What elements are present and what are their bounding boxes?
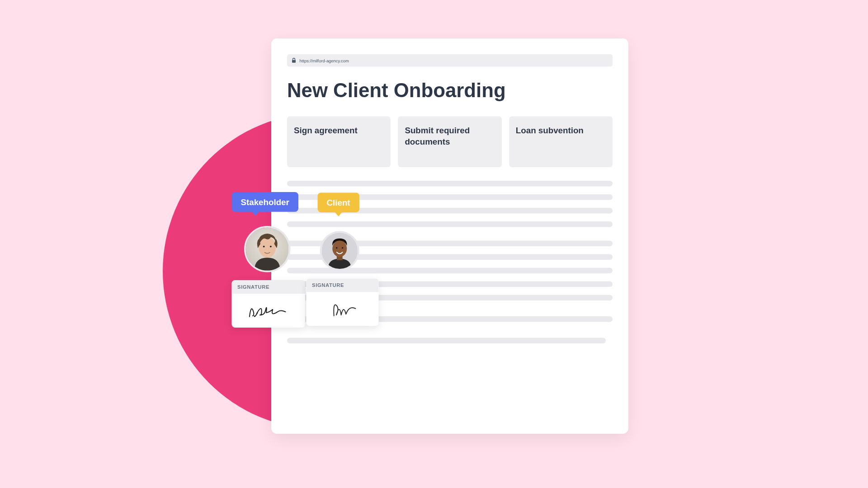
role-badge-stakeholder: Stakeholder — [232, 192, 298, 212]
page-title: New Client Onboarding — [287, 79, 613, 102]
svg-point-8 — [336, 247, 337, 249]
step-label: Sign agreement — [294, 125, 384, 136]
url-bar[interactable]: https://milford-agency.com — [287, 54, 613, 67]
step-label: Submit required documents — [405, 125, 495, 147]
url-text: https://milford-agency.com — [300, 58, 349, 63]
signature-label: SIGNATURE — [232, 280, 306, 294]
role-label: Client — [327, 198, 350, 207]
avatar-client — [320, 231, 360, 271]
role-badge-client: Client — [318, 192, 359, 212]
signature-client — [307, 292, 379, 326]
step-label: Loan subvention — [516, 125, 606, 136]
avatar-stakeholder — [244, 226, 291, 272]
svg-point-4 — [270, 246, 272, 248]
step-card-sign-agreement[interactable]: Sign agreement — [287, 117, 391, 168]
signature-card-stakeholder: SIGNATURE — [232, 280, 306, 328]
lock-icon — [292, 58, 296, 64]
svg-point-9 — [342, 247, 343, 249]
signature-card-client: SIGNATURE — [307, 278, 379, 326]
participant-client: Client SIGNATURE — [318, 192, 379, 326]
svg-point-3 — [263, 246, 265, 248]
step-card-submit-documents[interactable]: Submit required documents — [398, 117, 501, 168]
svg-rect-0 — [292, 60, 296, 63]
signature-stakeholder — [232, 294, 306, 328]
role-label: Stakeholder — [241, 197, 289, 206]
step-card-loan-subvention[interactable]: Loan subvention — [509, 117, 613, 168]
signature-label: SIGNATURE — [307, 278, 379, 292]
participant-stakeholder: Stakeholder — [232, 192, 306, 328]
svg-point-7 — [332, 240, 347, 257]
steps-row: Sign agreement Submit required documents… — [287, 117, 613, 168]
